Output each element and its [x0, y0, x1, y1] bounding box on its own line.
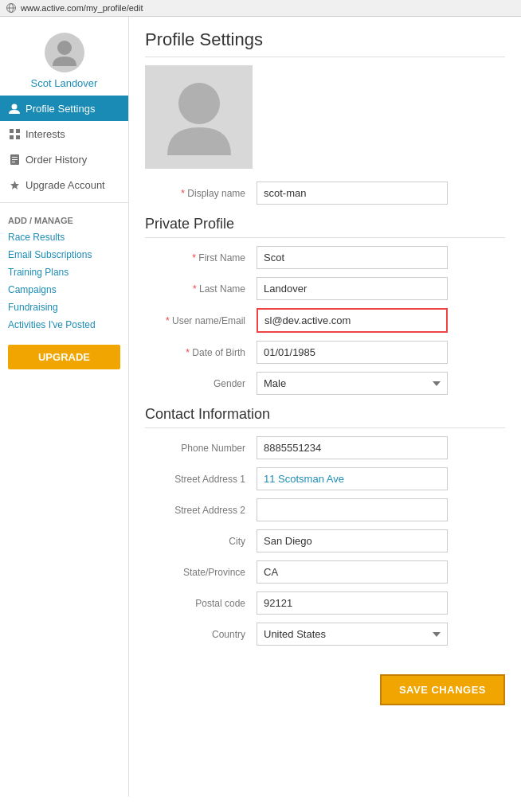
sidebar-item-upgrade-account[interactable]: Upgrade Account: [0, 172, 128, 197]
postal-label: Postal code: [145, 598, 257, 609]
user-avatar-icon: [53, 39, 76, 66]
sidebar-item-interests-label: Interests: [25, 128, 65, 140]
browser-bar: www.active.com/my_profile/edit: [0, 0, 521, 17]
display-name-label: Display name: [145, 188, 257, 199]
phone-label: Phone Number: [145, 443, 257, 454]
svg-rect-11: [12, 159, 18, 160]
grid-icon: [8, 127, 21, 140]
first-name-input[interactable]: [257, 246, 448, 269]
browser-url: www.active.com/my_profile/edit: [21, 3, 143, 13]
svg-rect-6: [16, 129, 20, 133]
user-icon: [8, 102, 21, 115]
country-row: Country United States Canada United King…: [145, 623, 505, 646]
sidebar-item-profile-settings-label: Profile Settings: [25, 103, 95, 115]
svg-point-14: [178, 83, 220, 124]
street1-label: Street Address 1: [145, 474, 257, 485]
gender-label: Gender: [145, 378, 257, 389]
sidebar-section-label: ADD / MANAGE: [0, 208, 128, 228]
sidebar-item-order-history[interactable]: Order History: [0, 146, 128, 172]
upgrade-button[interactable]: UPGRADE: [8, 345, 120, 369]
avatar: [0, 25, 128, 77]
city-label: City: [145, 536, 257, 547]
sidebar-link-activities-posted[interactable]: Activities I've Posted: [0, 316, 128, 334]
sidebar-item-order-history-label: Order History: [25, 154, 87, 166]
profile-photo[interactable]: [145, 65, 253, 169]
star-icon: [8, 178, 21, 191]
contact-info-title: Contact Information: [145, 406, 505, 428]
private-profile-title: Private Profile: [145, 216, 505, 238]
sidebar-username[interactable]: Scot Landover: [0, 77, 128, 96]
globe-icon: [6, 3, 16, 13]
sidebar-link-race-results[interactable]: Race Results: [0, 228, 128, 246]
city-input[interactable]: [257, 529, 448, 552]
svg-point-3: [57, 41, 72, 55]
dob-input[interactable]: [257, 341, 448, 364]
profile-avatar-icon: [167, 80, 231, 155]
svg-marker-13: [10, 181, 19, 189]
street2-label: Street Address 2: [145, 505, 257, 516]
gender-select[interactable]: Male Female Other: [257, 372, 448, 395]
dob-label: Date of Birth: [145, 347, 257, 358]
sidebar-link-email-subscriptions[interactable]: Email Subscriptions: [0, 246, 128, 264]
phone-input[interactable]: [257, 436, 448, 459]
first-name-row: First Name: [145, 246, 505, 269]
username-email-label: User name/Email: [145, 315, 257, 326]
main-content: Profile Settings Display name Private Pr…: [129, 17, 521, 797]
last-name-label: Last Name: [145, 283, 257, 295]
display-name-row: Display name: [145, 182, 505, 205]
sidebar-item-profile-settings[interactable]: Profile Settings: [0, 96, 128, 121]
svg-rect-5: [10, 129, 14, 133]
country-label: Country: [145, 629, 257, 640]
svg-rect-7: [10, 135, 14, 139]
sidebar-link-campaigns[interactable]: Campaigns: [0, 281, 128, 299]
svg-rect-8: [16, 135, 20, 139]
state-row: State/Province: [145, 560, 505, 584]
sidebar-link-training-plans[interactable]: Training Plans: [0, 264, 128, 281]
street1-input[interactable]: [257, 467, 448, 490]
city-row: City: [145, 529, 505, 552]
postal-row: Postal code: [145, 591, 505, 615]
first-name-label: First Name: [145, 252, 257, 264]
display-name-input[interactable]: [257, 182, 448, 205]
svg-rect-12: [12, 162, 15, 162]
svg-point-4: [12, 104, 18, 110]
username-email-input[interactable]: [257, 308, 448, 333]
bottom-bar: SAVE CHANGES: [145, 654, 505, 721]
phone-row: Phone Number: [145, 436, 505, 459]
username-email-row: User name/Email: [145, 308, 505, 333]
sidebar-item-interests[interactable]: Interests: [0, 121, 128, 146]
postal-input[interactable]: [257, 591, 448, 615]
sidebar-item-upgrade-account-label: Upgrade Account: [25, 179, 105, 191]
dob-row: Date of Birth: [145, 341, 505, 364]
country-select[interactable]: United States Canada United Kingdom Aust…: [257, 623, 448, 646]
receipt-icon: [8, 153, 21, 166]
street1-row: Street Address 1: [145, 467, 505, 490]
state-input[interactable]: [257, 560, 448, 584]
svg-rect-10: [12, 157, 18, 158]
sidebar-link-fundraising[interactable]: Fundraising: [0, 299, 128, 316]
street2-row: Street Address 2: [145, 498, 505, 521]
last-name-row: Last Name: [145, 277, 505, 300]
last-name-input[interactable]: [257, 277, 448, 300]
page-title: Profile Settings: [145, 29, 505, 57]
state-label: State/Province: [145, 567, 257, 578]
save-changes-button[interactable]: SAVE CHANGES: [380, 674, 505, 705]
street2-input[interactable]: [257, 498, 448, 521]
gender-row: Gender Male Female Other: [145, 372, 505, 395]
sidebar: Scot Landover Profile Settings Interests: [0, 17, 129, 797]
